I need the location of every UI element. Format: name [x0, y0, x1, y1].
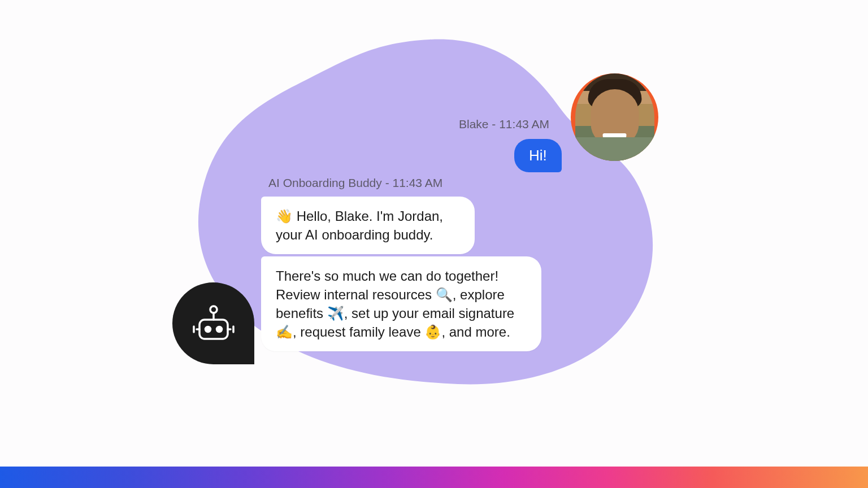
user-message-meta: Blake - 11:43 AM [459, 117, 549, 131]
ai-message-meta: AI Onboarding Buddy - 11:43 AM [268, 176, 442, 190]
user-avatar [571, 73, 658, 161]
user-message-bubble: Hi! [514, 139, 562, 172]
ai-message-bubble-2: There's so much we can do together! Revi… [261, 256, 541, 351]
robot-icon [192, 302, 236, 346]
avatar-photo [575, 73, 654, 161]
ai-message-bubble-1: 👋 Hello, Blake. I'm Jordan, your AI onbo… [261, 197, 475, 254]
svg-point-0 [210, 306, 217, 313]
svg-point-3 [205, 326, 210, 332]
svg-point-4 [216, 326, 222, 332]
bot-avatar [172, 282, 254, 364]
footer-gradient-bar [0, 467, 868, 488]
svg-rect-2 [199, 320, 228, 339]
